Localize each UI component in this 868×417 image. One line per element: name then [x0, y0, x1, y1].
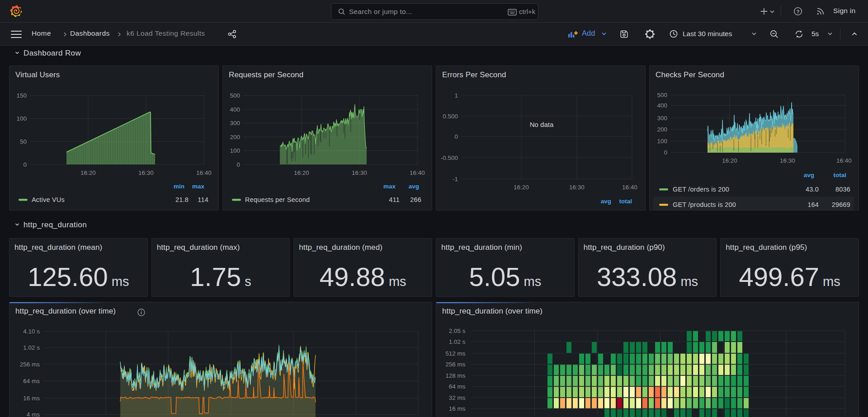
svg-text:16:40: 16:40	[836, 157, 852, 164]
svg-text:16:30: 16:30	[352, 169, 367, 176]
svg-text:1.02 s: 1.02 s	[449, 338, 466, 345]
svg-text:-1: -1	[453, 176, 458, 183]
svg-text:GET /orders is 200: GET /orders is 200	[673, 186, 729, 193]
svg-text:2.05 s: 2.05 s	[449, 328, 466, 334]
svg-text:266: 266	[410, 196, 421, 203]
svg-text:50: 50	[20, 138, 27, 145]
svg-text:300: 300	[230, 120, 240, 127]
svg-text:16:20: 16:20	[722, 157, 737, 164]
svg-text:16:40: 16:40	[196, 169, 212, 176]
svg-text:0: 0	[236, 161, 240, 168]
svg-text:0: 0	[23, 161, 27, 168]
svg-text:128 ms: 128 ms	[445, 372, 466, 379]
svg-text:512 ms: 512 ms	[445, 350, 466, 357]
svg-text:max: max	[192, 183, 205, 190]
svg-text:total: total	[619, 198, 632, 205]
svg-text:64 ms: 64 ms	[449, 383, 466, 390]
svg-text:total: total	[834, 172, 847, 178]
svg-text:16:20: 16:20	[80, 169, 96, 176]
svg-text:0: 0	[454, 133, 458, 140]
svg-text:150: 150	[16, 92, 27, 99]
svg-text:64 ms: 64 ms	[23, 378, 40, 384]
svg-text:GET /products is 200: GET /products is 200	[673, 201, 736, 208]
svg-text:100: 100	[657, 138, 667, 145]
svg-text:29669: 29669	[832, 201, 850, 208]
svg-text:256 ms: 256 ms	[20, 361, 40, 368]
svg-text:256 ms: 256 ms	[445, 361, 466, 368]
svg-text:100: 100	[230, 147, 240, 154]
svg-text:16:30: 16:30	[569, 184, 585, 191]
svg-text:4 ms: 4 ms	[27, 411, 40, 417]
svg-text:-0.500: -0.500	[441, 155, 458, 161]
svg-text:164: 164	[807, 201, 819, 208]
svg-text:400: 400	[657, 102, 667, 109]
svg-text:16 ms: 16 ms	[449, 405, 466, 412]
svg-text:21.8: 21.8	[175, 196, 189, 203]
svg-text:16 ms: 16 ms	[23, 395, 40, 402]
svg-text:avg: avg	[601, 198, 611, 205]
svg-text:avg: avg	[409, 183, 419, 190]
svg-text:16:20: 16:20	[514, 184, 529, 191]
svg-text:16:30: 16:30	[138, 169, 154, 176]
svg-text:1.02 s: 1.02 s	[23, 344, 40, 351]
svg-text:300: 300	[657, 115, 667, 122]
svg-text:200: 200	[230, 134, 240, 141]
svg-text:4.10 s: 4.10 s	[23, 328, 40, 335]
svg-text:100: 100	[16, 115, 27, 122]
svg-text:32 ms: 32 ms	[449, 394, 466, 401]
svg-text:min: min	[174, 183, 184, 190]
svg-text:0.500: 0.500	[443, 113, 458, 120]
svg-text:1: 1	[454, 92, 458, 99]
svg-text:411: 411	[389, 196, 400, 203]
svg-text:16:40: 16:40	[622, 184, 637, 191]
svg-text:500: 500	[230, 92, 240, 99]
svg-text:0: 0	[664, 149, 667, 156]
svg-text:16:20: 16:20	[294, 169, 309, 176]
svg-text:max: max	[383, 183, 396, 190]
svg-text:Active VUs: Active VUs	[32, 196, 65, 203]
svg-text:8036: 8036	[835, 186, 850, 193]
svg-text:43.0: 43.0	[806, 186, 819, 193]
svg-text:400: 400	[230, 106, 240, 113]
svg-text:114: 114	[198, 196, 208, 203]
svg-text:avg: avg	[804, 172, 814, 178]
svg-text:200: 200	[657, 126, 667, 133]
svg-text:16:30: 16:30	[780, 157, 795, 164]
svg-text:No data: No data	[530, 121, 554, 128]
svg-text:?: ?	[796, 9, 799, 14]
svg-text:500: 500	[657, 92, 667, 98]
svg-text:16:40: 16:40	[410, 169, 425, 176]
svg-text:Requests per Second: Requests per Second	[245, 196, 310, 203]
